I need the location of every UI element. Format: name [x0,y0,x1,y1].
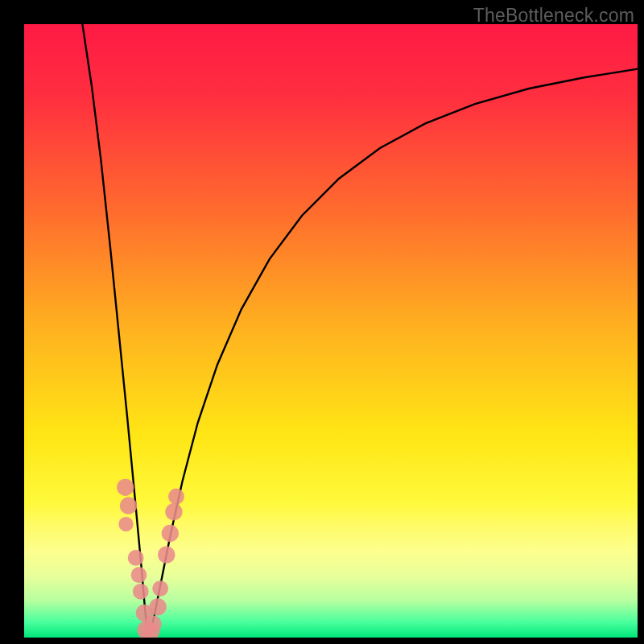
gradient-background [24,24,638,638]
outer-frame: TheBottleneck.com [0,0,644,644]
watermark-text: TheBottleneck.com [473,5,634,27]
scatter-point [128,550,144,566]
scatter-point [133,584,149,600]
scatter-point [165,503,182,520]
scatter-point [131,567,147,583]
chart-svg [24,24,638,638]
scatter-point [152,580,168,597]
plot-area [24,24,638,638]
scatter-point [158,546,175,563]
scatter-point [168,489,184,505]
scatter-point [144,616,161,633]
scatter-point [117,479,134,496]
scatter-point [149,598,166,615]
scatter-point [120,497,137,514]
scatter-point [118,517,133,531]
scatter-point [162,525,179,542]
